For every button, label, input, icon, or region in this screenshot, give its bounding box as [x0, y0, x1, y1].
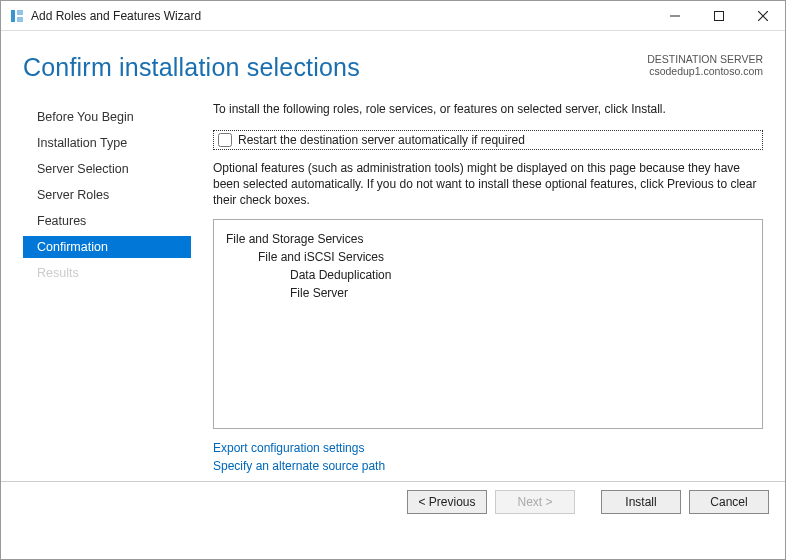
nav-results: Results [23, 262, 191, 284]
feature-item: File and iSCSI Services [258, 250, 750, 264]
nav-installation-type[interactable]: Installation Type [23, 132, 191, 154]
action-links: Export configuration settings Specify an… [213, 441, 763, 473]
wizard-content: Confirm installation selections DESTINAT… [1, 31, 785, 521]
nav-server-selection[interactable]: Server Selection [23, 158, 191, 180]
destination-info: DESTINATION SERVER csodedup1.contoso.com [647, 53, 763, 77]
next-button: Next > [495, 490, 575, 514]
feature-item: File and Storage Services [226, 232, 750, 246]
cancel-button[interactable]: Cancel [689, 490, 769, 514]
alt-source-path-link[interactable]: Specify an alternate source path [213, 459, 763, 473]
nav-confirmation[interactable]: Confirmation [23, 236, 191, 258]
svg-rect-2 [17, 17, 23, 22]
maximize-button[interactable] [697, 1, 741, 31]
export-config-link[interactable]: Export configuration settings [213, 441, 763, 455]
restart-checkbox[interactable] [218, 133, 232, 147]
minimize-button[interactable] [653, 1, 697, 31]
wizard-main: To install the following roles, role ser… [191, 102, 763, 477]
feature-item: File Server [290, 286, 750, 300]
instruction-text: To install the following roles, role ser… [213, 102, 763, 116]
install-button[interactable]: Install [601, 490, 681, 514]
svg-rect-4 [715, 11, 724, 20]
nav-before-you-begin[interactable]: Before You Begin [23, 106, 191, 128]
destination-label: DESTINATION SERVER [647, 53, 763, 65]
optional-features-note: Optional features (such as administratio… [213, 160, 763, 209]
svg-rect-1 [17, 10, 23, 15]
restart-option-row: Restart the destination server automatic… [213, 130, 763, 150]
destination-server: csodedup1.contoso.com [647, 65, 763, 77]
svg-rect-0 [11, 10, 15, 22]
restart-checkbox-label: Restart the destination server automatic… [238, 133, 525, 147]
page-heading: Confirm installation selections [23, 53, 360, 82]
close-button[interactable] [741, 1, 785, 31]
titlebar: Add Roles and Features Wizard [1, 1, 785, 31]
window-title: Add Roles and Features Wizard [31, 9, 201, 23]
previous-button[interactable]: < Previous [407, 490, 487, 514]
nav-features[interactable]: Features [23, 210, 191, 232]
selected-features-box: File and Storage Services File and iSCSI… [213, 219, 763, 429]
wizard-icon [9, 8, 25, 24]
wizard-nav: Before You Begin Installation Type Serve… [23, 106, 191, 477]
wizard-button-bar: < Previous Next > Install Cancel [1, 481, 785, 521]
nav-server-roles[interactable]: Server Roles [23, 184, 191, 206]
feature-item: Data Deduplication [290, 268, 750, 282]
